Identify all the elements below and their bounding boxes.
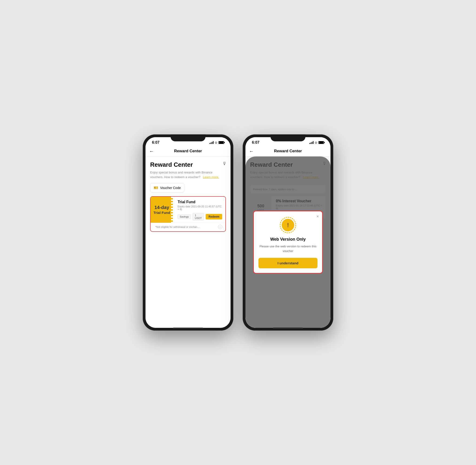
card-note-text-1: *Not eligible for withdrawal or exchan..… <box>155 225 199 228</box>
battery-icon-2 <box>318 141 324 144</box>
status-icons-2: ⊙ <box>309 141 324 144</box>
signal-icon-2 <box>309 141 313 144</box>
back-button-2[interactable]: ← <box>249 148 254 154</box>
page-title-1: Reward Center <box>150 161 226 168</box>
learn-more-link-1[interactable]: Learn more. <box>203 175 219 179</box>
nav-bar-1: ← Reward Center <box>145 146 231 157</box>
nav-bar-2: ← Reward Center <box>245 146 331 157</box>
home-indicator-1 <box>173 328 203 329</box>
back-button-1[interactable]: ← <box>149 148 154 154</box>
modal-exclamation: ! <box>282 219 294 231</box>
page-subtitle-1: Enjoy special bonus and rewards with Bin… <box>150 170 226 179</box>
wifi-icon-2: ⊙ <box>315 141 317 144</box>
status-time-1: 6:07 <box>152 140 159 145</box>
signal-icon-1 <box>209 141 214 144</box>
battery-icon-1 <box>218 141 224 144</box>
status-time-2: 6:07 <box>252 140 259 145</box>
filter-icon-1[interactable]: ⊽ <box>223 161 226 166</box>
card-title-1: Trial Fund <box>177 200 222 204</box>
page-header-1: ⊽ Reward Center Enjoy special bonus and … <box>145 157 231 183</box>
card-actions-1: Savings 1 USDT Redeem <box>177 213 222 220</box>
tag-usdt-1: 1 USDT <box>193 213 204 220</box>
modal-desc: Please use the web version to redeem thi… <box>259 244 318 253</box>
screen-body-2: ⊽ Reward Center Enjoy special bonus and … <box>245 157 331 328</box>
screen-body-1: ⊽ Reward Center Enjoy special bonus and … <box>145 157 231 328</box>
status-icons-1: ⊙ <box>209 141 224 144</box>
nav-title-1: Reward Center <box>174 149 202 153</box>
modal-title: Web Version Only <box>259 237 318 242</box>
card-expiry-1: Expiry date 2021-09-20 11:45:57 (UTC + 8… <box>177 205 222 211</box>
tag-savings-1: Savings <box>177 214 191 219</box>
notch-2 <box>270 134 305 141</box>
reward-card-1: 14-day Trial Fund Trial Fund Expiry date… <box>150 196 226 232</box>
redeem-button-1[interactable]: Redeem <box>206 214 222 220</box>
card-left-day-1: 14-day <box>154 204 169 211</box>
card-right-1: Trial Fund Expiry date 2021-09-20 11:45:… <box>173 197 226 223</box>
phone-1: 6:07 ⊙ ← Reward Center <box>143 134 233 331</box>
screen-1: 6:07 ⊙ ← Reward Center <box>145 137 231 328</box>
modal-overlay-2: × ! Web Version Only Please use the web … <box>245 157 331 328</box>
card-main-1: 14-day Trial Fund Trial Fund Expiry date… <box>151 197 226 223</box>
nav-title-2: Reward Center <box>274 149 302 153</box>
voucher-icon-1: 🎫 <box>154 186 158 190</box>
wifi-icon-1: ⊙ <box>215 141 217 144</box>
card-left-1: 14-day Trial Fund <box>151 197 173 223</box>
voucher-code-button-1[interactable]: 🎫 Voucher Code <box>150 183 184 192</box>
voucher-btn-label-1: Voucher Code <box>160 186 181 190</box>
screen-2: 6:07 ⊙ ← Reward Center <box>245 137 331 328</box>
phone-2: 6:07 ⊙ ← Reward Center <box>243 134 333 331</box>
modal-understand-button[interactable]: I understand <box>259 258 318 268</box>
arrow-circle-1[interactable]: › <box>218 225 222 229</box>
modal-warning-circle: ! <box>280 217 296 233</box>
card-left-label-1: Trial Fund <box>153 211 170 215</box>
card-note-1: *Not eligible for withdrawal or exchan..… <box>151 223 226 231</box>
modal-close-button[interactable]: × <box>316 214 319 219</box>
modal-icon-wrap: ! <box>259 217 318 233</box>
modal-card-2: × ! Web Version Only Please use the web … <box>253 211 323 274</box>
notch-1 <box>171 134 206 141</box>
